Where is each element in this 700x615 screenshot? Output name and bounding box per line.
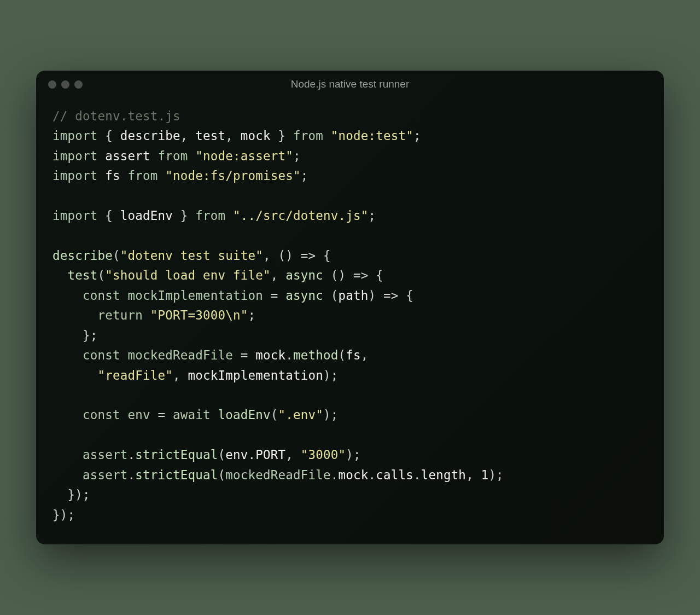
kw-import: import bbox=[52, 129, 97, 143]
fn-loadEnv: loadEnv bbox=[218, 408, 270, 422]
code-comment: // dotenv.test.js bbox=[52, 109, 180, 123]
fn-method: method bbox=[293, 348, 338, 362]
id-describe: describe bbox=[120, 129, 180, 143]
maximize-icon[interactable] bbox=[74, 80, 83, 89]
window-title: Node.js native test runner bbox=[36, 78, 664, 90]
id-path: path bbox=[338, 288, 368, 303]
brace: { bbox=[105, 129, 113, 143]
fn-strictEqual: strictEqual bbox=[135, 448, 218, 462]
id-env: env bbox=[127, 408, 150, 422]
code-window: Node.js native test runner // dotenv.tes… bbox=[36, 71, 664, 544]
brace: } bbox=[278, 129, 285, 143]
id-fs: fs bbox=[105, 169, 120, 183]
minimize-icon[interactable] bbox=[61, 80, 69, 89]
id-test: test bbox=[195, 129, 225, 143]
id-mock: mock bbox=[241, 129, 271, 143]
code-block: // dotenv.test.js import { describe, tes… bbox=[36, 96, 664, 544]
fn-describe: describe bbox=[52, 248, 113, 263]
id-assert: assert bbox=[105, 149, 150, 163]
close-icon[interactable] bbox=[48, 80, 56, 89]
id-mockImplementation: mockImplementation bbox=[127, 288, 262, 303]
id-mockedReadFile: mockedReadFile bbox=[127, 348, 232, 362]
titlebar: Node.js native test runner bbox=[36, 71, 664, 96]
id-loadEnv: loadEnv bbox=[120, 208, 173, 223]
kw-from: from bbox=[293, 129, 323, 143]
window-controls bbox=[48, 80, 83, 89]
str: "node:test" bbox=[331, 129, 413, 143]
fn-test: test bbox=[68, 268, 98, 282]
